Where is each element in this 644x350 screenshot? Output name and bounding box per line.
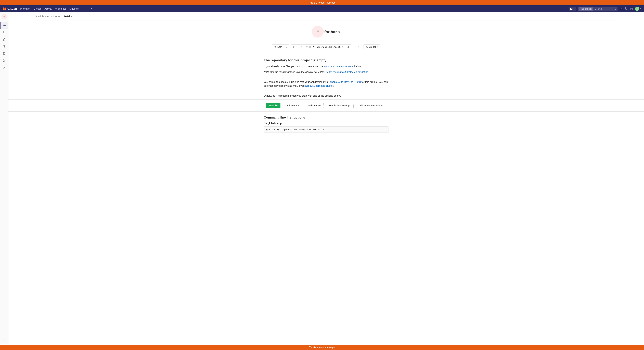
nav-issues[interactable] [620,7,622,10]
search-button[interactable] [612,6,618,11]
cli-subtitle: Git global setup [264,122,389,125]
divider [264,77,389,77]
rocket-icon [3,45,6,48]
svg-point-15 [4,61,5,61]
divider [264,91,389,91]
add-dropdown[interactable]: ▼ [353,45,362,49]
sidebar-wiki[interactable] [0,50,8,57]
svg-rect-8 [4,31,5,33]
chevron-icon: › [62,15,62,17]
empty-p2: Note that the master branch is automatic… [264,70,389,74]
project-actions: Star 0 HTTP ▼ ▼ Global ▼ [8,43,644,54]
code-block[interactable]: git config --global user.name "Administr… [264,127,389,133]
gitlab-logo-icon [3,7,6,11]
sidebar-expand[interactable] [0,337,8,344]
search-scope[interactable]: This project [578,6,593,11]
issues-icon [620,7,622,10]
sidebar-settings[interactable] [0,64,8,71]
svg-point-16 [4,67,4,68]
plus-icon [355,46,357,48]
cli-section: Command line instructions Git global set… [264,112,389,143]
nav-activity[interactable]: Activity [44,7,52,10]
empty-p1: If you already have files you can push t… [264,65,389,68]
merge-request-icon [625,7,628,10]
breadcrumb-project[interactable]: foobar [53,15,60,18]
k8s-cluster-link[interactable]: add a Kubernetes cluster [305,84,333,87]
sidebar-cicd[interactable] [0,43,8,50]
svg-point-3 [621,8,622,9]
sidebar-project-avatar[interactable]: F [2,14,7,19]
new-file-button[interactable]: New file [266,103,280,108]
todos-icon [630,7,633,10]
empty-state: The repository for this project is empty… [264,54,389,98]
sidebar: F [0,12,8,344]
chevron-icon: › [51,15,52,17]
merge-request-icon [3,38,6,41]
home-icon [3,24,6,26]
copy-url-button[interactable] [345,44,351,49]
sidebar-home[interactable] [0,21,8,29]
protocol-dropdown[interactable]: HTTP ▼ [291,44,304,49]
search-icon [614,7,616,10]
main-content: Administrator › foobar › Details F fooba… [8,12,644,344]
nav-right: ▼ This project ▼ [569,6,641,11]
enable-devops-button[interactable]: Enable Auto DevOps [326,103,354,108]
new-dropdown[interactable]: ▼ [569,7,576,11]
gear-icon [3,66,6,69]
nav-milestones[interactable]: Milestones [55,7,66,10]
empty-p3: You can automatically build and test you… [264,80,389,88]
sidebar-snippets[interactable] [0,57,8,64]
protected-branches-link[interactable]: Learn more about protected branches [326,70,368,73]
plus-square-icon [570,7,572,10]
wrench-icon [90,7,92,10]
svg-point-10 [3,40,4,40]
header-banner: This is a header message [0,0,644,5]
clone-url-input[interactable] [304,44,345,49]
empty-p4: Otherwise it is recommended you start wi… [264,94,389,98]
sidebar-repository[interactable] [0,29,8,36]
copy-icon [347,46,349,48]
search-input[interactable] [593,6,612,11]
svg-point-1 [614,8,615,9]
nav-todos[interactable] [630,7,633,10]
repository-icon [3,31,6,33]
scissors-icon [3,59,6,62]
nav-groups[interactable]: Groups [34,7,42,10]
svg-point-5 [625,9,626,10]
breadcrumb-owner[interactable]: Administrator [36,15,49,18]
add-readme-button[interactable]: Add Readme [283,103,302,108]
bell-icon [366,46,368,48]
cli-instructions-link[interactable]: command line instructions [324,65,354,68]
globe-icon [338,31,340,33]
quick-actions: New file Add Readme Add License Enable A… [8,99,644,112]
breadcrumb: Administrator › foobar › Details [36,12,617,21]
user-menu[interactable]: ▼ [635,7,641,11]
book-icon [3,52,6,55]
svg-rect-18 [347,46,348,47]
add-license-button[interactable]: Add License [304,103,323,108]
project-hero: F foobar [8,21,644,43]
project-title: foobar [324,29,341,34]
nav-admin-wrench[interactable] [90,7,92,10]
sidebar-merge-requests[interactable] [0,36,8,43]
empty-title: The repository for this project is empty [264,58,389,62]
auto-devops-link[interactable]: enable Auto DevOps (Beta) [330,80,361,83]
star-count[interactable]: 0 [284,44,290,49]
nav-projects[interactable]: Projects ▼ [20,7,31,10]
logo[interactable]: GitLab [3,7,17,11]
chevron-double-right-icon [3,339,6,342]
notification-dropdown[interactable]: Global ▼ [364,44,380,49]
avatar-icon [635,7,639,11]
add-k8s-button[interactable]: Add Kubernetes cluster [356,103,386,108]
navbar: GitLab Projects ▼ Groups Activity Milest… [0,5,644,12]
svg-point-4 [625,7,626,8]
star-icon [274,46,276,48]
svg-point-14 [3,61,4,61]
svg-point-6 [626,9,627,10]
nav-merge-requests[interactable] [625,7,628,10]
svg-point-9 [3,38,4,39]
search-container: This project [578,6,618,11]
breadcrumb-current: Details [64,15,72,18]
nav-snippets[interactable]: Snippets [70,7,78,10]
star-button[interactable]: Star [272,44,284,49]
